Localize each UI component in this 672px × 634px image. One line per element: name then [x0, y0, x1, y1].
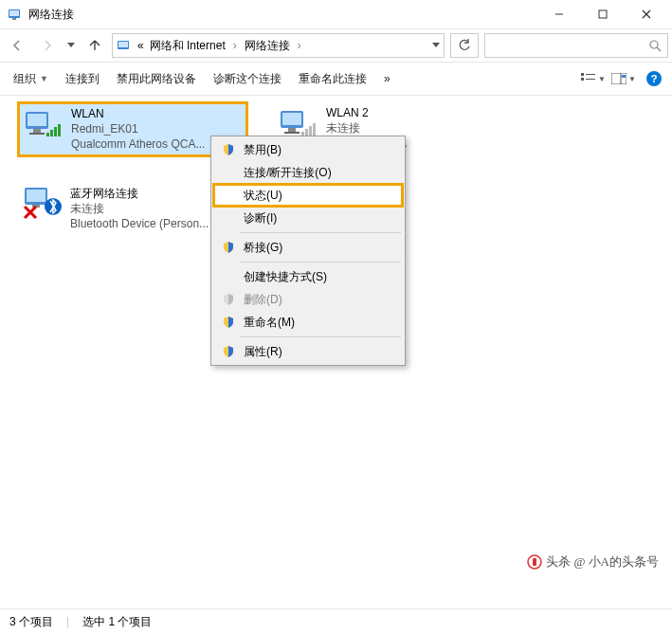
item-count: 3 个项目: [9, 614, 53, 630]
window-title: 网络连接: [28, 7, 74, 23]
svg-line-10: [657, 47, 661, 51]
svg-rect-17: [622, 75, 626, 78]
svg-rect-25: [50, 130, 53, 136]
svg-rect-37: [27, 190, 45, 202]
svg-rect-15: [611, 73, 627, 84]
svg-rect-35: [313, 123, 316, 136]
menu-connect-disconnect[interactable]: 连接/断开连接(O): [213, 161, 403, 184]
bluetooth-adapter-icon: [23, 186, 63, 220]
menu-bridge[interactable]: 桥接(G): [213, 236, 403, 259]
svg-rect-29: [282, 113, 301, 125]
command-bar: 组织▼ 连接到 禁用此网络设备 诊断这个连接 重命名此连接 » ▼ ▼ ?: [0, 62, 672, 96]
svg-rect-43: [533, 558, 536, 566]
svg-rect-1: [9, 10, 19, 16]
connect-to-button[interactable]: 连接到: [58, 67, 107, 91]
search-icon: [648, 39, 662, 52]
adapter-device: Qualcomm Atheros QCA...: [71, 136, 205, 152]
adapter-status: 未连接: [326, 120, 408, 136]
svg-rect-22: [33, 129, 41, 133]
history-dropdown[interactable]: [64, 43, 78, 48]
overflow-button[interactable]: »: [376, 68, 398, 89]
menu-delete: 删除(D): [213, 288, 403, 311]
shield-icon: [219, 143, 238, 156]
svg-rect-8: [118, 42, 128, 47]
menu-rename[interactable]: 重命名(M): [213, 311, 403, 334]
shield-icon: [219, 345, 238, 358]
adapter-device: Bluetooth Device (Person...: [70, 216, 209, 231]
menu-separator: [240, 336, 401, 337]
forward-button[interactable]: [34, 32, 61, 59]
adapter-name: WLAN: [71, 106, 205, 121]
adapter-status: 未连接: [70, 201, 209, 216]
breadcrumb-bar[interactable]: « 网络和 Internet › 网络连接 ›: [112, 33, 445, 58]
search-input[interactable]: [484, 33, 668, 58]
svg-rect-11: [581, 73, 584, 76]
context-menu: 禁用(B) 连接/断开连接(O) 状态(U) 诊断(I) 桥接(G) 创建快捷方…: [210, 136, 406, 366]
selection-count: 选中 1 个项目: [82, 614, 152, 630]
svg-rect-30: [288, 128, 296, 132]
chevron-right-icon[interactable]: ›: [298, 39, 301, 52]
network-adapter-icon: [279, 105, 318, 139]
view-small-icons-button[interactable]: ▼: [581, 66, 606, 91]
refresh-button[interactable]: [450, 33, 479, 58]
shield-icon: [219, 293, 238, 306]
disable-device-button[interactable]: 禁用此网络设备: [109, 67, 204, 91]
breadcrumb-parent[interactable]: 网络和 Internet: [150, 38, 226, 54]
app-icon: [8, 7, 23, 22]
titlebar: 网络连接: [0, 0, 672, 29]
content-pane[interactable]: WLAN Redmi_EK01 Qualcomm Atheros QCA... …: [0, 96, 672, 603]
shield-icon: [219, 241, 238, 254]
svg-rect-21: [27, 114, 46, 126]
menu-separator: [240, 262, 401, 263]
menu-status[interactable]: 状态(U): [213, 184, 403, 207]
menu-create-shortcut[interactable]: 创建快捷方式(S): [213, 265, 403, 288]
adapter-status: Redmi_EK01: [71, 121, 205, 136]
location-icon: [117, 38, 132, 53]
svg-rect-14: [586, 79, 595, 80]
menu-diagnose[interactable]: 诊断(I): [213, 207, 403, 229]
close-button[interactable]: [625, 0, 668, 28]
adapter-name: 蓝牙网络连接: [70, 186, 209, 201]
breadcrumb-current[interactable]: 网络连接: [245, 38, 290, 54]
chevron-right-icon[interactable]: ›: [233, 39, 237, 52]
address-dropdown-icon[interactable]: [432, 43, 440, 48]
minimize-button[interactable]: [537, 0, 581, 28]
network-connections-window: 网络连接 « 网络和 Internet › 网络连接 › 组织▼: [0, 0, 672, 634]
help-button[interactable]: ?: [642, 66, 666, 91]
shield-icon: [219, 316, 238, 329]
back-button[interactable]: [4, 32, 30, 59]
svg-rect-31: [284, 132, 300, 134]
up-button[interactable]: [82, 32, 108, 59]
menu-separator: [240, 232, 401, 233]
svg-rect-12: [581, 78, 584, 81]
svg-rect-4: [599, 10, 607, 18]
menu-properties[interactable]: 属性(R): [213, 340, 403, 363]
diagnose-button[interactable]: 诊断这个连接: [206, 67, 289, 91]
adapter-name: WLAN 2: [326, 105, 408, 120]
address-bar: « 网络和 Internet › 网络连接 ›: [0, 29, 672, 62]
svg-rect-24: [46, 133, 49, 136]
svg-rect-34: [309, 126, 312, 136]
preview-pane-button[interactable]: ▼: [611, 66, 636, 91]
network-adapter-icon: [24, 106, 64, 140]
watermark-icon: [527, 554, 542, 570]
rename-button[interactable]: 重命名此连接: [291, 67, 374, 91]
watermark: 头杀 @ 小A的头条号: [527, 553, 659, 571]
svg-rect-27: [58, 124, 61, 136]
maximize-button[interactable]: [581, 0, 625, 28]
svg-rect-26: [54, 127, 57, 136]
svg-rect-2: [12, 18, 16, 20]
svg-point-9: [650, 41, 658, 48]
svg-rect-33: [305, 129, 308, 136]
svg-text:?: ?: [651, 73, 658, 84]
breadcrumb-prefix: «: [137, 39, 144, 52]
menu-disable[interactable]: 禁用(B): [213, 138, 403, 161]
svg-rect-13: [586, 74, 595, 75]
organize-menu[interactable]: 组织▼: [6, 67, 56, 91]
status-bar: 3 个项目 | 选中 1 个项目: [0, 608, 672, 634]
svg-rect-23: [29, 133, 45, 135]
